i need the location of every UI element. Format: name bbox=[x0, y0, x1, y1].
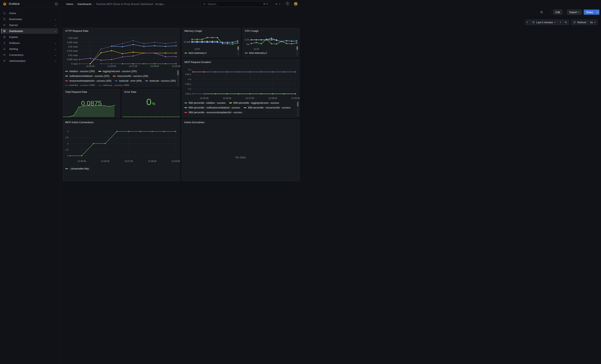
help-icon[interactable]: ? bbox=[286, 2, 290, 6]
sidebar-item-bookmarks[interactable]: Bookmarks bbox=[1, 16, 58, 22]
panel-title[interactable]: Active Goroutines bbox=[182, 119, 300, 124]
sidebar-item-explore[interactable]: Explore bbox=[1, 34, 58, 40]
sidebar-item-label: Home bbox=[9, 12, 16, 15]
legend-item[interactable]: 95th percentile - initialize - success bbox=[184, 101, 226, 105]
add-button[interactable] bbox=[274, 2, 279, 6]
panel-cpu-usage: CPU Usage 0%0.2%12:25 fetch-telemetry-0 bbox=[242, 28, 300, 58]
legend-item[interactable]: notifications/initialized - success (202… bbox=[65, 75, 109, 78]
sidebar-item-connections[interactable]: Connections bbox=[1, 52, 58, 58]
chevron-down-icon[interactable] bbox=[55, 24, 56, 27]
svg-text:0.02 req/s: 0.02 req/s bbox=[68, 46, 78, 48]
panel-title[interactable]: Memory Usage bbox=[182, 28, 240, 32]
svg-text:12:25:00: 12:25:00 bbox=[78, 160, 86, 162]
legend-item[interactable]: fetch-telemetry-0 bbox=[245, 51, 267, 55]
bell-icon bbox=[3, 47, 6, 50]
cpu-usage-chart[interactable]: 0%0.2%12:25 bbox=[243, 33, 299, 50]
drilldown-icon bbox=[3, 41, 6, 45]
svg-text:2: 2 bbox=[67, 142, 68, 145]
sidebar-item-drilldown[interactable]: Drilldown bbox=[1, 40, 58, 46]
sidebar-item-home[interactable]: Home bbox=[1, 10, 58, 16]
breadcrumb-dashboards[interactable]: Dashboards bbox=[78, 3, 91, 6]
sidebar-item-alerting[interactable]: Alerting bbox=[1, 46, 58, 52]
legend-color-chip bbox=[184, 112, 187, 113]
svg-text:12:28:00: 12:28:00 bbox=[150, 65, 159, 67]
chevron-down-icon[interactable] bbox=[55, 30, 56, 33]
legend-item[interactable]: resources/templates/list - success (200) bbox=[65, 79, 111, 82]
panel-error-rate: Error Rate 0% bbox=[122, 89, 180, 118]
mcp-request-duration-chart[interactable]: 2.50 s3 s3.50 s4 s4.50 s5 s12:25:0012:26… bbox=[183, 66, 299, 100]
connections-legend: - (streamable-http) bbox=[65, 167, 177, 171]
legend-item[interactable]: initialize - success (200) bbox=[65, 70, 95, 73]
svg-text:12:26:00: 12:26:00 bbox=[108, 65, 116, 67]
svg-text:0 req/s: 0 req/s bbox=[71, 63, 78, 65]
panel-title[interactable]: Error Rate bbox=[122, 89, 180, 93]
chevron-down-icon[interactable] bbox=[55, 59, 56, 62]
connections-icon bbox=[3, 53, 6, 56]
user-avatar[interactable] bbox=[294, 2, 298, 6]
legend-color-chip bbox=[65, 168, 68, 169]
sidebar-item-label: Alerting bbox=[9, 48, 18, 50]
sidebar-item-label: Drilldown bbox=[9, 41, 20, 45]
legend-item[interactable]: logging/setLevel - success (200) bbox=[98, 70, 137, 73]
panel-active-goroutines: Active Goroutines No data bbox=[181, 119, 300, 181]
breadcrumb-home[interactable]: Home bbox=[66, 3, 73, 6]
legend-item[interactable]: 95th percentile - logging/setLevel - suc… bbox=[229, 101, 279, 105]
legend-color-chip bbox=[65, 80, 68, 81]
svg-text:0.03 req/s: 0.03 req/s bbox=[68, 37, 78, 39]
legend-item[interactable]: - (streamable-http) bbox=[65, 167, 89, 170]
legend-scrollbar[interactable] bbox=[297, 102, 299, 117]
legend-color-chip bbox=[184, 107, 187, 108]
no-data-message: No data bbox=[182, 156, 300, 159]
panel-title[interactable]: HTTP Request Rate bbox=[63, 28, 180, 32]
legend-item[interactable]: tools/list - success (200) bbox=[65, 84, 95, 86]
error-rate-sparkline[interactable] bbox=[122, 116, 180, 118]
legend-item[interactable]: tools/call - success (200) bbox=[145, 79, 176, 82]
legend-item[interactable]: fetch-telemetry-0 bbox=[184, 51, 207, 55]
svg-text:12:26:00: 12:26:00 bbox=[223, 97, 231, 99]
http-request-rate-chart[interactable]: 0 req/s0.005 req/s0.01 req/s0.015 req/s0… bbox=[64, 35, 179, 68]
chevron-down-icon[interactable] bbox=[55, 53, 56, 56]
sidebar-item-administration[interactable]: Administration bbox=[1, 58, 58, 64]
cpu-legend: fetch-telemetry-0 bbox=[245, 51, 292, 55]
panel-title[interactable]: Total Request Rate bbox=[63, 89, 120, 93]
svg-text:4.50 s: 4.50 s bbox=[185, 73, 191, 76]
legend-item[interactable]: tools/call - error (404) bbox=[115, 79, 142, 82]
legend-color-chip bbox=[65, 71, 68, 72]
panel-scrollbar[interactable] bbox=[297, 46, 298, 56]
search-box[interactable]: ⌘+k bbox=[201, 1, 270, 7]
svg-text:2.5: 2.5 bbox=[65, 136, 68, 139]
svg-text:12:25:00: 12:25:00 bbox=[200, 97, 209, 99]
mcp-active-connections-chart[interactable]: 11.522.5312:25:0012:26:0012:27:0012:28:0… bbox=[64, 126, 179, 165]
sidebar-toggle-icon[interactable] bbox=[54, 2, 59, 6]
panel-title[interactable]: MCP Request Duration bbox=[182, 59, 300, 64]
legend-scrollbar[interactable] bbox=[177, 70, 179, 86]
sidebar-item-label: Explore bbox=[9, 36, 18, 39]
legend-item[interactable]: unknown - success (200) bbox=[99, 84, 129, 86]
svg-text:12:29:00: 12:29:00 bbox=[172, 65, 180, 67]
legend-item[interactable]: 95th percentile - resources/templates/li… bbox=[184, 111, 242, 114]
legend-color-chip bbox=[99, 85, 101, 86]
chevron-down-icon[interactable] bbox=[55, 41, 56, 45]
chevron-down-icon[interactable] bbox=[55, 48, 56, 50]
svg-text:12:27:00: 12:27:00 bbox=[246, 97, 254, 99]
legend-color-chip bbox=[65, 85, 68, 86]
panel-title[interactable]: MCP Active Connections bbox=[63, 119, 180, 124]
legend-item[interactable]: 95th percentile - notifications/initiali… bbox=[184, 106, 240, 109]
add-caret-icon[interactable] bbox=[278, 2, 281, 6]
legend-color-chip bbox=[184, 53, 187, 53]
legend-color-chip bbox=[229, 103, 232, 103]
chevron-down-icon[interactable] bbox=[55, 18, 56, 21]
sidebar-item-dashboards[interactable]: Dashboards bbox=[1, 28, 58, 34]
active-accent-bar bbox=[1, 29, 2, 33]
breadcrumb-current: ToolHive MCP Server & Proxy Runner Dashb… bbox=[96, 3, 165, 6]
legend-item[interactable]: resources/list - success (200) bbox=[113, 75, 148, 78]
memory-usage-chart[interactable]: 16 MiB12:25 bbox=[183, 33, 240, 50]
search-input[interactable] bbox=[208, 3, 261, 6]
memory-legend: fetch-telemetry-0 bbox=[184, 51, 234, 55]
panel-title[interactable]: CPU Usage bbox=[242, 28, 300, 32]
legend-item[interactable]: 95th percentile - resources/list - succe… bbox=[244, 106, 290, 109]
sidebar-item-starred[interactable]: Starred bbox=[1, 22, 58, 28]
sidebar-item-label: Starred bbox=[9, 24, 18, 27]
legend-color-chip bbox=[184, 103, 187, 103]
panel-scrollbar[interactable] bbox=[238, 46, 239, 56]
